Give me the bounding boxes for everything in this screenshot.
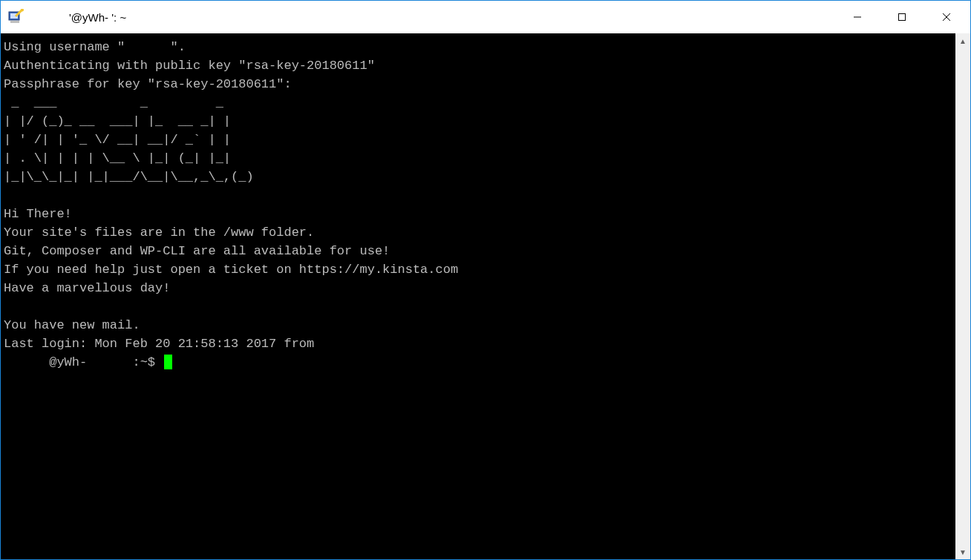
title-bar: '@yWh- ': ~ (1, 1, 970, 33)
scroll-down-arrow-icon[interactable]: ▼ (955, 544, 970, 559)
svg-rect-5 (899, 14, 906, 21)
client-area: Using username " ". Authenticating with … (1, 33, 970, 559)
maximize-button[interactable] (880, 1, 924, 33)
cursor (164, 355, 172, 369)
minimize-button[interactable] (835, 1, 880, 33)
vertical-scrollbar[interactable]: ▲ ▼ (955, 33, 970, 559)
terminal-output[interactable]: Using username " ". Authenticating with … (1, 33, 955, 559)
window-controls (835, 1, 969, 33)
scroll-track[interactable] (955, 48, 970, 544)
window-title: '@yWh- ': ~ (69, 11, 835, 24)
putty-icon (8, 9, 24, 25)
svg-rect-3 (10, 21, 19, 23)
close-button[interactable] (924, 1, 969, 33)
shell-prompt[interactable]: @yWh- :~$ (4, 355, 163, 369)
scroll-up-arrow-icon[interactable]: ▲ (955, 33, 970, 48)
